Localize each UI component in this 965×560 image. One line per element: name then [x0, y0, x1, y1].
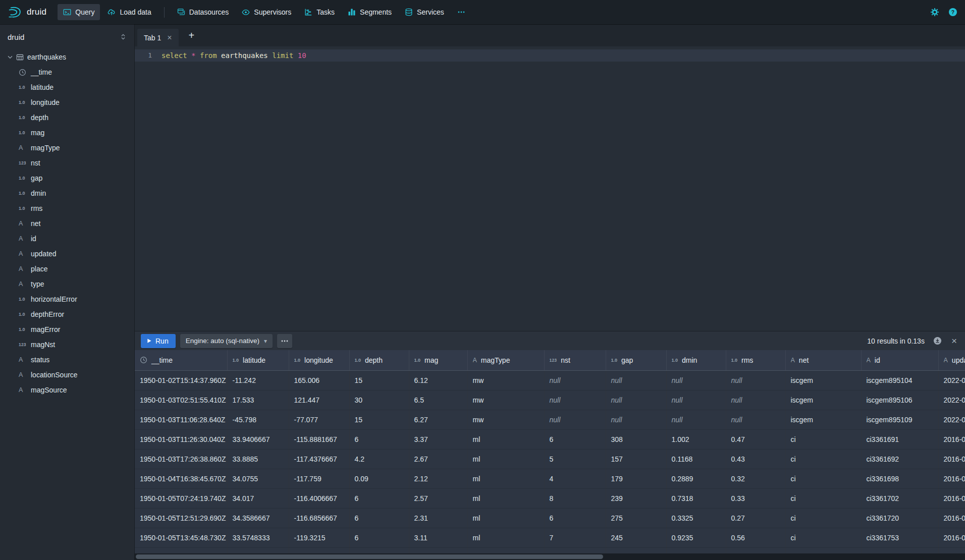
table-cell[interactable]: iscgem: [785, 370, 861, 390]
table-cell[interactable]: -117.4376667: [289, 449, 349, 469]
table-cell[interactable]: ci: [785, 528, 861, 547]
table-cell[interactable]: ml: [467, 488, 544, 508]
table-cell[interactable]: 1950-01-02T15:14:37.960Z: [135, 370, 227, 390]
table-cell[interactable]: iscgem895109: [861, 410, 938, 429]
horizontal-scrollbar[interactable]: [135, 553, 965, 560]
table-cell[interactable]: 0.2889: [666, 469, 726, 488]
table-cell[interactable]: ci3361692: [861, 449, 938, 469]
table-cell[interactable]: 6.12: [409, 370, 467, 390]
run-button[interactable]: Run: [141, 334, 176, 348]
table-cell[interactable]: -116.6856667: [289, 508, 349, 528]
table-cell[interactable]: iscgem: [785, 410, 861, 429]
column-header-rms[interactable]: 1.0rms: [726, 350, 785, 370]
table-cell[interactable]: 6: [349, 488, 409, 508]
table-cell[interactable]: 179: [606, 469, 666, 488]
table-cell[interactable]: ci3361691: [861, 429, 938, 449]
table-cell[interactable]: null: [606, 390, 666, 410]
column-header-magType[interactable]: AmagType: [467, 350, 544, 370]
nav-item-supervisors[interactable]: Supervisors: [236, 4, 297, 20]
table-cell[interactable]: 0.09: [349, 469, 409, 488]
column-header-gap[interactable]: 1.0gap: [606, 350, 666, 370]
table-cell[interactable]: ml: [467, 508, 544, 528]
table-cell[interactable]: iscgem895106: [861, 390, 938, 410]
table-cell[interactable]: 34.017: [227, 488, 289, 508]
sidebar-column-magSource[interactable]: AmagSource: [0, 382, 134, 398]
table-cell[interactable]: 0.47: [726, 429, 785, 449]
sidebar-column-magNst[interactable]: 123magNst: [0, 337, 134, 352]
table-cell[interactable]: 0.32: [726, 469, 785, 488]
table-cell[interactable]: 2.57: [409, 488, 467, 508]
table-cell[interactable]: 239: [606, 488, 666, 508]
schema-selector[interactable]: druid: [0, 24, 134, 49]
table-cell[interactable]: 1.002: [666, 429, 726, 449]
table-cell[interactable]: 1950-01-04T16:38:45.670Z: [135, 469, 227, 488]
table-cell[interactable]: 0.1168: [666, 449, 726, 469]
column-header-id[interactable]: Aid: [861, 350, 938, 370]
sidebar-column-magError[interactable]: 1.0magError: [0, 322, 134, 337]
sidebar-column-horizontalError[interactable]: 1.0horizontalError: [0, 292, 134, 307]
column-header-depth[interactable]: 1.0depth: [349, 350, 409, 370]
table-cell[interactable]: 0.9235: [666, 528, 726, 547]
table-cell[interactable]: -11.242: [227, 370, 289, 390]
table-cell[interactable]: 1950-01-03T17:26:38.860Z: [135, 449, 227, 469]
table-cell[interactable]: null: [666, 390, 726, 410]
table-cell[interactable]: 1950-01-03T11:06:28.640Z: [135, 410, 227, 429]
nav-item-datasources[interactable]: Datasources: [172, 4, 235, 20]
table-cell[interactable]: 2.67: [409, 449, 467, 469]
table-cell[interactable]: ci: [785, 429, 861, 449]
table-cell[interactable]: ml: [467, 528, 544, 547]
table-cell[interactable]: mw: [467, 370, 544, 390]
table-cell[interactable]: 6: [349, 528, 409, 547]
horizontal-scrollbar-thumb[interactable]: [136, 554, 603, 559]
sidebar-column-magType[interactable]: AmagType: [0, 140, 134, 155]
table-cell[interactable]: mw: [467, 410, 544, 429]
table-cell[interactable]: 121.447: [289, 390, 349, 410]
table-cell[interactable]: 7: [544, 528, 606, 547]
table-cell[interactable]: iscgem: [785, 390, 861, 410]
table-cell[interactable]: ci: [785, 508, 861, 528]
table-cell[interactable]: 3.11: [409, 528, 467, 547]
table-cell[interactable]: 308: [606, 429, 666, 449]
table-cell[interactable]: null: [544, 410, 606, 429]
table-cell[interactable]: mw: [467, 390, 544, 410]
table-cell[interactable]: null: [606, 370, 666, 390]
table-cell[interactable]: 15: [349, 410, 409, 429]
sidebar-column-id[interactable]: Aid: [0, 231, 134, 246]
table-cell[interactable]: -119.3215: [289, 528, 349, 547]
table-cell[interactable]: null: [726, 370, 785, 390]
table-cell[interactable]: 1950-01-05T07:24:19.740Z: [135, 488, 227, 508]
table-cell[interactable]: 2016-0: [938, 528, 965, 547]
sidebar-column-type[interactable]: Atype: [0, 276, 134, 292]
table-cell[interactable]: 0.27: [726, 508, 785, 528]
table-cell[interactable]: 15: [349, 370, 409, 390]
table-cell[interactable]: 8: [544, 488, 606, 508]
table-cell[interactable]: 30: [349, 390, 409, 410]
table-cell[interactable]: 5: [544, 449, 606, 469]
table-cell[interactable]: ci3361702: [861, 488, 938, 508]
nav-item-services[interactable]: Services: [399, 4, 450, 20]
table-cell[interactable]: 2022-0: [938, 370, 965, 390]
download-results-button[interactable]: [933, 337, 942, 345]
table-cell[interactable]: 2022-0: [938, 390, 965, 410]
table-cell[interactable]: 275: [606, 508, 666, 528]
table-cell[interactable]: 0.33: [726, 488, 785, 508]
table-cell[interactable]: 4.2: [349, 449, 409, 469]
table-cell[interactable]: ml: [467, 449, 544, 469]
table-cell[interactable]: 3.37: [409, 429, 467, 449]
table-cell[interactable]: 6: [349, 429, 409, 449]
sidebar-column-net[interactable]: Anet: [0, 216, 134, 231]
table-cell[interactable]: ci3361753: [861, 528, 938, 547]
add-tab-button[interactable]: +: [186, 30, 198, 40]
table-cell[interactable]: null: [726, 390, 785, 410]
table-cell[interactable]: 2022-0: [938, 410, 965, 429]
table-cell[interactable]: 6: [349, 508, 409, 528]
table-cell[interactable]: 2.31: [409, 508, 467, 528]
table-cell[interactable]: ci: [785, 449, 861, 469]
table-cell[interactable]: -45.798: [227, 410, 289, 429]
table-cell[interactable]: 0.3325: [666, 508, 726, 528]
nav-item-query[interactable]: Query: [58, 4, 100, 20]
column-header-mag[interactable]: 1.0mag: [409, 350, 467, 370]
sidebar-column-nst[interactable]: 123nst: [0, 155, 134, 171]
table-cell[interactable]: 2016-0: [938, 488, 965, 508]
table-cell[interactable]: 1950-01-03T02:51:55.410Z: [135, 390, 227, 410]
